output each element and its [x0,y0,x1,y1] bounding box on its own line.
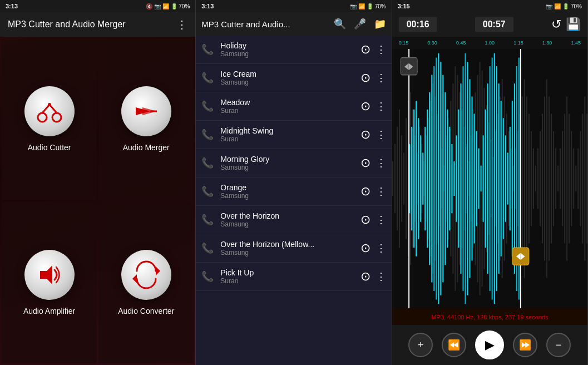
grid-item-audio-converter[interactable]: Audio Converter [98,202,194,364]
svg-rect-65 [512,166,513,192]
song-item[interactable]: 📞 Holiday Samsung ⊙ ⋮ [196,36,391,64]
end-time-box[interactable]: 00:57 [475,17,513,32]
song-more-button[interactable]: ⋮ [376,129,386,141]
svg-rect-130 [476,131,477,226]
menu-icon-1[interactable]: ⋮ [176,18,187,31]
svg-rect-21 [414,135,416,221]
svg-rect-36 [448,118,449,239]
panel-main-menu: 3:13 🔇 📷 📶 🔋 70% MP3 Cutter and Audio Me… [0,0,196,365]
svg-rect-48 [475,92,476,265]
app-bar-1: MP3 Cutter and Audio Merger ⋮ [0,12,195,37]
panel2-action-icons: 🔍 🎤 📁 [334,18,386,30]
svg-rect-123 [460,83,461,274]
refresh-button[interactable]: ↺ [551,17,561,32]
song-play-button[interactable]: ⊙ [360,241,370,255]
song-more-button[interactable]: ⋮ [376,157,386,169]
song-actions: ⊙ ⋮ [360,213,386,227]
song-play-button[interactable]: ⊙ [360,269,370,284]
svg-rect-109 [429,92,430,265]
grid-item-audio-cutter[interactable]: Audio Cutter [2,38,97,200]
svg-rect-66 [515,149,516,209]
audio-merger-label: Audio Merger [123,143,170,152]
svg-marker-8 [40,265,52,284]
svg-rect-22 [417,152,418,204]
song-more-button[interactable]: ⋮ [376,100,386,112]
svg-rect-106 [422,152,423,204]
svg-rect-144 [507,152,508,204]
song-play-button[interactable]: ⊙ [360,42,370,57]
song-more-button[interactable]: ⋮ [376,185,386,198]
svg-rect-26 [426,135,427,221]
song-name: Ice Cream [220,70,360,78]
svg-rect-73 [531,131,532,226]
rewind-button[interactable]: ⏪ [442,333,466,357]
grid-item-audio-amplifier[interactable]: Audio Amplifier [2,202,97,364]
song-play-button[interactable]: ⊙ [360,184,370,199]
song-info: Midnight Swing Suran [220,126,360,143]
song-item[interactable]: 📞 Orange Samsung ⊙ ⋮ [196,177,391,206]
song-item[interactable]: 📞 Midnight Swing Suran ⊙ ⋮ [196,121,391,149]
play-button[interactable]: ▶ [475,331,504,359]
folder-icon[interactable]: 📁 [374,18,386,30]
start-time-box[interactable]: 00:16 [399,17,437,32]
svg-rect-120 [453,161,454,196]
add-button[interactable]: + [408,333,433,357]
waveform-container[interactable]: ◀▶ ◀▶ [392,49,587,308]
svg-rect-93 [575,166,576,192]
song-artist: Samsung [220,249,360,257]
song-actions: ⊙ ⋮ [360,71,386,85]
song-item[interactable]: 📞 Over the Horizon Samsung ⊙ ⋮ [196,206,391,234]
fastforward-button[interactable]: ⏩ [513,333,537,357]
svg-rect-91 [571,131,572,226]
svg-rect-134 [485,110,486,248]
svg-rect-57 [495,131,496,226]
svg-rect-41 [459,92,460,265]
song-more-button[interactable]: ⋮ [376,72,386,84]
song-more-button[interactable]: ⋮ [376,214,386,226]
song-item[interactable]: 📞 Meadow Suran ⊙ ⋮ [196,92,391,121]
svg-rect-92 [573,149,574,209]
svg-rect-63 [508,131,509,226]
song-item[interactable]: 📞 Pick It Up Suran ⊙ ⋮ [196,263,391,291]
svg-rect-132 [480,166,481,192]
minus-button[interactable]: − [546,333,571,357]
song-item[interactable]: 📞 Over the Horizon (Mellow... Samsung ⊙ … [196,234,391,263]
song-artist: Samsung [220,78,360,86]
svg-rect-110 [431,75,432,283]
app-title-1: MP3 Cutter and Audio Merger [8,19,126,29]
search-icon[interactable]: 🔍 [334,18,346,30]
song-play-button[interactable]: ⊙ [360,156,370,170]
song-item[interactable]: 📞 Ice Cream Samsung ⊙ ⋮ [196,64,391,92]
svg-rect-127 [469,79,470,278]
grid-item-audio-merger[interactable]: Audio Merger [98,38,194,200]
svg-rect-105 [420,135,421,221]
svg-rect-95 [580,131,581,226]
song-type-icon: 📞 [201,100,214,112]
audio-info: MP3, 44100 Hz, 128 kbps, 237.19 seconds [392,308,587,325]
song-play-button[interactable]: ⊙ [360,71,370,85]
song-more-button[interactable]: ⋮ [376,242,386,254]
svg-rect-121 [456,135,457,221]
ruler-mark-0: 0:15 [399,40,409,46]
svg-rect-44 [466,144,467,213]
song-play-button[interactable]: ⊙ [360,99,370,114]
status-icons-2: 📷 📶 🔋 70% [350,3,386,9]
song-more-button[interactable]: ⋮ [376,43,386,56]
mic-icon[interactable]: 🎤 [354,18,366,30]
svg-rect-32 [439,131,440,226]
song-type-icon: 📞 [201,242,214,254]
song-name: Pick It Up [220,268,360,277]
song-play-button[interactable]: ⊙ [360,127,370,142]
song-item[interactable]: 📞 Morning Glory Samsung ⊙ ⋮ [196,149,391,177]
song-more-button[interactable]: ⋮ [376,270,386,283]
song-play-button[interactable]: ⊙ [360,213,370,227]
song-info: Over the Horizon Samsung [220,211,360,228]
svg-rect-137 [491,58,492,300]
svg-rect-53 [486,105,487,252]
save-button[interactable]: 💾 [566,17,581,32]
svg-rect-74 [533,149,534,209]
svg-marker-10 [132,274,137,283]
svg-rect-16 [403,152,404,204]
svg-rect-50 [479,62,480,295]
svg-rect-142 [502,118,503,239]
